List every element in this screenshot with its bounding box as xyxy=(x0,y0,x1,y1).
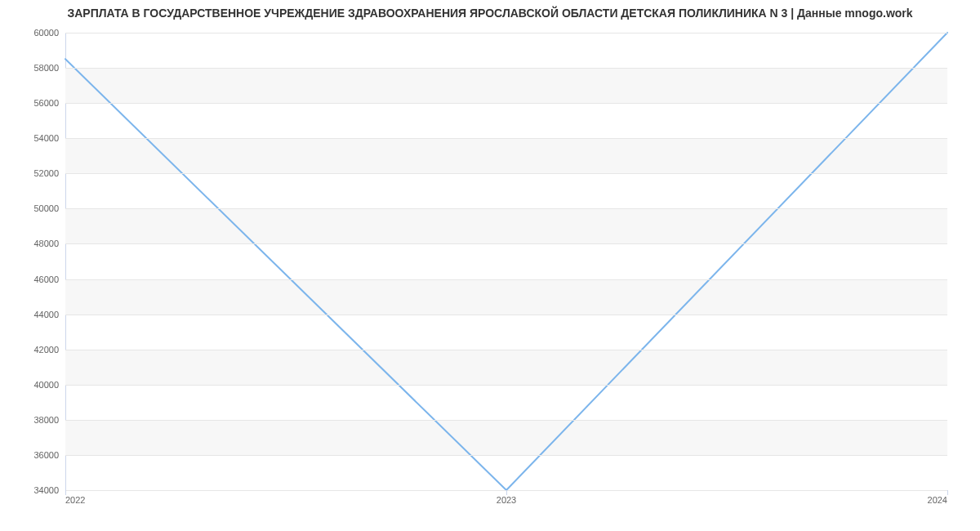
series-line xyxy=(65,33,947,490)
y-gridline xyxy=(65,138,947,139)
y-gridline xyxy=(65,420,947,421)
x-tick-label: 2024 xyxy=(928,490,947,505)
y-gridline xyxy=(65,103,947,104)
y-tick-label: 58000 xyxy=(33,63,65,73)
y-gridline xyxy=(65,173,947,174)
y-gridline xyxy=(65,68,947,69)
y-gridline xyxy=(65,243,947,244)
y-tick-label: 38000 xyxy=(33,415,65,425)
x-tick-label: 2022 xyxy=(65,490,85,505)
chart-title: ЗАРПЛАТА В ГОСУДАРСТВЕННОЕ УЧРЕЖДЕНИЕ ЗД… xyxy=(0,7,980,20)
y-tick-label: 40000 xyxy=(33,380,65,390)
y-tick-label: 34000 xyxy=(33,485,65,495)
x-tick-label: 2023 xyxy=(497,490,516,505)
y-gridline xyxy=(65,315,947,315)
plot-area: 3400036000380004000042000440004600048000… xyxy=(65,33,947,491)
y-gridline xyxy=(65,455,947,456)
line-chart: ЗАРПЛАТА В ГОСУДАРСТВЕННОЕ УЧРЕЖДЕНИЕ ЗД… xyxy=(0,0,980,531)
y-gridline xyxy=(65,33,947,33)
y-tick-label: 44000 xyxy=(33,310,65,319)
y-tick-label: 48000 xyxy=(33,239,65,248)
y-tick-label: 46000 xyxy=(33,274,65,284)
y-tick-label: 56000 xyxy=(33,98,65,108)
y-tick-label: 36000 xyxy=(33,450,65,460)
y-tick-label: 52000 xyxy=(33,168,65,178)
x-tick-mark xyxy=(947,490,948,495)
y-gridline xyxy=(65,350,947,350)
y-tick-label: 42000 xyxy=(33,345,65,355)
y-gridline xyxy=(65,208,947,209)
y-gridline xyxy=(65,279,947,280)
y-gridline xyxy=(65,385,947,386)
y-tick-label: 54000 xyxy=(33,133,65,143)
line-series xyxy=(65,33,947,490)
y-tick-label: 50000 xyxy=(33,203,65,213)
y-tick-label: 60000 xyxy=(33,28,65,38)
